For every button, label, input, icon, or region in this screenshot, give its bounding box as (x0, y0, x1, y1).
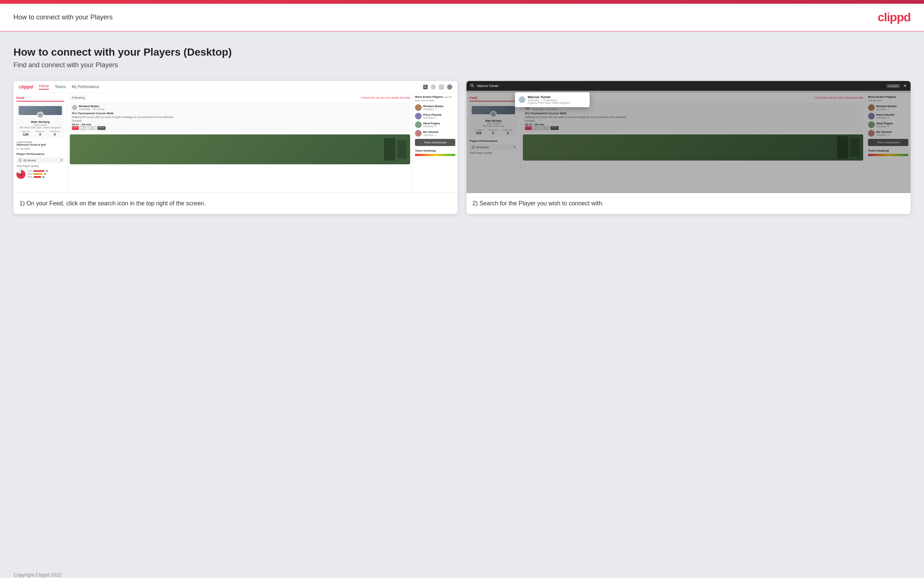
svg-point-0 (424, 86, 426, 88)
activity-tags: OTT APP ARG PUTT (72, 126, 408, 130)
people-icon-nav[interactable] (430, 84, 436, 89)
profile-banner (19, 106, 62, 115)
close-icon[interactable]: ✕ (903, 83, 907, 88)
tag-arg: ARG (89, 126, 96, 130)
stats-bars: OTT 79 APP 70 ARG (28, 169, 48, 178)
nav-myperformance-1[interactable]: My Performance (72, 85, 99, 89)
top-accent-bar (0, 0, 924, 4)
active-player-4: Eli Vincent Activities: 1 (415, 130, 455, 136)
player-avatar-1 (415, 104, 422, 111)
following-row: Following Control who can see your activ… (70, 95, 410, 100)
app-left-2-bg: Feed Blair McHarg Golf Coach Mill Ride G… (466, 93, 521, 192)
page-title: How to connect with your Players (13, 13, 113, 21)
hero-subtitle: Find and connect with your Players (13, 61, 911, 69)
duration-value: 02 hr : 00 min (72, 123, 408, 126)
footer: Copyright Clippd 2022 (0, 565, 924, 578)
app-content-1: Feed Blair McHarg Golf Coach Mill Ride G… (13, 93, 458, 192)
app-mockup-1: clippd Home Teams My Performance (13, 81, 458, 193)
duration-row: Duration (72, 120, 408, 122)
player-avatar-2 (415, 113, 422, 120)
search-result-name: Marcus Turner (528, 95, 570, 99)
following-btn[interactable]: Following (70, 95, 87, 100)
stat-activities: Activities 129 (21, 130, 30, 136)
screenshot-1: clippd Home Teams My Performance (13, 81, 458, 214)
profile-role: Golf Coach (19, 123, 62, 126)
avatar-icon-nav[interactable] (447, 84, 452, 89)
stat-following: Following 4 (50, 130, 59, 136)
search-dropdown: Marcus Turner Yesterday · 1-5 Handicap C… (515, 92, 590, 107)
tag-putt: PUTT (97, 126, 105, 130)
search-icon-nav[interactable] (423, 85, 428, 89)
svg-line-3 (473, 86, 474, 88)
search-result-sub1: Yesterday · 1-5 Handicap (528, 99, 570, 102)
tag-app: APP (80, 126, 87, 130)
tag-ott: OTT (72, 126, 79, 130)
search-result-avatar (519, 96, 526, 103)
player-avatar-4 (415, 130, 422, 136)
most-active-title: Most Active Players Last 30 days Last 30… (415, 95, 455, 102)
clear-btn[interactable]: CLEAR (886, 84, 900, 88)
app-left-panel-1: Feed Blair McHarg Golf Coach Mill Ride G… (13, 93, 68, 192)
screenshots-row: clippd Home Teams My Performance (13, 81, 911, 214)
nav-home-1[interactable]: Home (39, 84, 49, 89)
latest-activity-label: Latest Activity (16, 141, 64, 143)
activity-location: Yesterday · The Grove (79, 108, 105, 110)
search-result-sub2: Cypress Point Club, United Kingdom (528, 102, 570, 104)
activity-desc: Walking the course with my coach to buil… (72, 116, 408, 119)
player-avatar-sm (18, 158, 22, 162)
player-dropdown-1[interactable]: Eli Vincent ▾ (16, 157, 64, 163)
main-content: How to connect with your Players (Deskto… (0, 31, 924, 565)
profile-stats: Activities 129 Followers 3 Following 4 (19, 130, 62, 136)
search-bar: Marcus Turner CLEAR ✕ (466, 81, 911, 91)
search-input[interactable]: Marcus Turner (477, 84, 884, 88)
hero-section: How to connect with your Players (Deskto… (13, 46, 911, 69)
nav-teams-1[interactable]: Teams (55, 85, 66, 89)
team-dashboard-btn-1[interactable]: Team Dashboard (415, 139, 455, 146)
app-middle-panel-1: Following Control who can see your activ… (68, 93, 413, 192)
latest-date: 27 Jul 2022 (16, 148, 64, 150)
nav-icons-1 (423, 84, 452, 89)
golf-photo-1 (70, 135, 410, 164)
app-mockup-2: clippd Home Teams My Performance Feed (466, 81, 911, 193)
golf-figure-2 (397, 140, 406, 159)
active-player-3: Hiral Pujara Activities: 3 (415, 121, 455, 128)
svg-point-2 (471, 84, 473, 86)
search-icon-overlay (470, 84, 474, 88)
copyright: Copyright Clippd 2022 (13, 572, 61, 578)
settings-icon-nav[interactable] (439, 84, 444, 89)
search-result-item[interactable]: Marcus Turner Yesterday · 1-5 Handicap C… (519, 95, 586, 104)
profile-club: Mill Ride Golf Club, United Kingdom (19, 126, 62, 129)
app-middle-2-bg: Following ▾ Control who can see your act… (521, 93, 866, 192)
app-content-2-bg: Feed Blair McHarg Golf Coach Mill Ride G… (466, 93, 911, 192)
logo: clippd (878, 10, 911, 24)
latest-activity-val: Afternoon round of golf (16, 143, 64, 146)
feed-label: Feed (16, 96, 64, 102)
app-right-panel-1: Most Active Players Last 30 days Last 30… (413, 93, 458, 192)
profile-card-1: Blair McHarg Golf Coach Mill Ride Golf C… (16, 104, 64, 138)
quality-label: Total Player Quality (16, 165, 64, 167)
active-player-2: Piers Parnell Activities: 4 (415, 113, 455, 120)
player-avatar-3 (415, 121, 422, 128)
golf-figure-1 (384, 138, 395, 161)
stat-followers: Followers 3 (35, 130, 45, 136)
activity-user-avatar (72, 105, 77, 110)
team-heatmap-label-1: Team Heatmap (415, 149, 455, 153)
activity-title: Pre Tournament Course Walk (72, 112, 408, 115)
screenshot-2: clippd Home Teams My Performance Feed (466, 81, 911, 214)
step-2-label: 2) Search for the Player you wish to con… (466, 193, 911, 214)
activity-user: Richard Butler Yesterday · The Grove (72, 104, 408, 110)
app-logo-1: clippd (19, 84, 33, 89)
heatmap-bar-1 (415, 154, 455, 156)
activity-card-1: Richard Butler Yesterday · The Grove Pre… (70, 102, 410, 132)
svg-line-1 (426, 88, 427, 88)
active-player-1: Richard Butler Activities: 7 (415, 104, 455, 111)
profile-name: Blair McHarg (19, 120, 62, 123)
app-right-2-bg: Most Active PlayersLast 30 days Richard … (866, 93, 911, 192)
player-performance-label-1: Player Performance (16, 153, 64, 156)
hero-title: How to connect with your Players (Deskto… (13, 46, 911, 58)
control-link[interactable]: Control who can see your activity and da… (361, 96, 410, 99)
activity-user-name: Richard Butler (79, 104, 105, 108)
app-nav-1: clippd Home Teams My Performance (13, 81, 458, 93)
score-circle: 84 (16, 170, 25, 179)
profile-avatar (37, 112, 44, 119)
